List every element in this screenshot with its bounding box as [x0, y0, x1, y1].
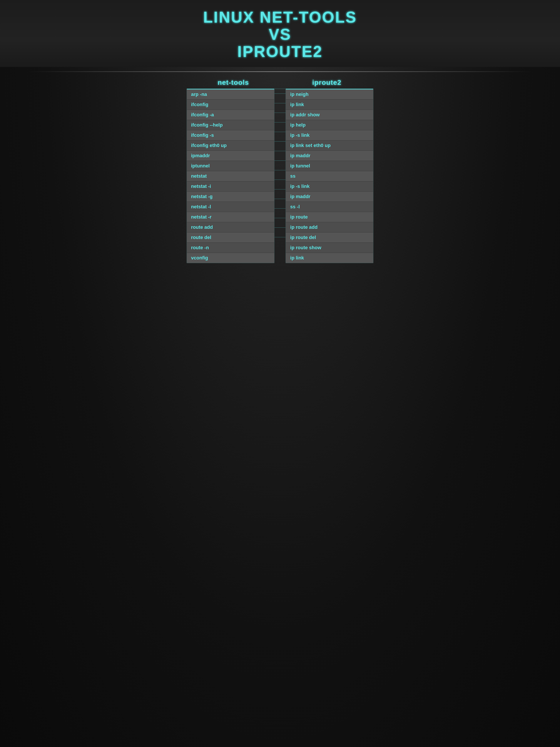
right-row-15: ip route show: [286, 243, 373, 253]
connector-11: [275, 184, 286, 194]
right-row-16: ip link: [286, 253, 373, 263]
right-row-2: ip addr show: [286, 110, 373, 120]
left-row-11: netstat -l: [187, 202, 274, 212]
right-row-7: ip tunnel: [286, 161, 373, 171]
left-row-10: netstat -g: [187, 191, 274, 202]
right-row-12: ip route: [286, 212, 373, 222]
connector-5: [275, 127, 286, 136]
title-line2: VS: [4, 26, 556, 43]
right-row-0: ip neigh: [286, 89, 373, 100]
right-column-header: iproute2: [285, 78, 369, 86]
content-area: net-tools iproute2 arp -naifconfigifconf…: [182, 78, 378, 272]
connector-7: [275, 146, 286, 156]
right-row-13: ip route add: [286, 222, 373, 232]
columns-header: net-tools iproute2: [186, 78, 374, 86]
connector-8: [275, 156, 286, 165]
connector-16: [275, 232, 286, 242]
right-row-4: ip -s link: [286, 130, 373, 140]
right-row-1: ip link: [286, 100, 373, 110]
divider: [28, 71, 532, 72]
connector-9: [275, 165, 286, 175]
right-row-6: ip maddr: [286, 151, 373, 161]
right-row-14: ip route del: [286, 232, 373, 243]
left-row-0: arp -na: [187, 89, 274, 100]
connector-10: [275, 175, 286, 184]
left-row-9: netstat -i: [187, 181, 274, 191]
table-wrapper: arp -naifconfigifconfig -aifconfig --hel…: [186, 89, 374, 263]
connector-12: [275, 194, 286, 204]
right-row-10: ip maddr: [286, 191, 373, 202]
title-line3: IPROUTE2: [4, 43, 556, 60]
connector-14: [275, 213, 286, 223]
connector-13: [275, 204, 286, 213]
right-row-9: ip -s link: [286, 181, 373, 191]
right-row-11: ss -l: [286, 202, 373, 212]
left-row-13: route add: [187, 222, 274, 232]
left-row-8: netstat: [187, 171, 274, 181]
connector-3: [275, 108, 286, 118]
left-row-4: ifconfig -s: [187, 130, 274, 140]
left-row-12: netstat -r: [187, 212, 274, 222]
left-row-2: ifconfig -a: [187, 110, 274, 120]
header-section: LINUX NET-TOOLS VS IPROUTE2: [0, 0, 560, 67]
left-row-14: route del: [187, 232, 274, 243]
right-row-8: ss: [286, 171, 373, 181]
title-container: LINUX NET-TOOLS VS IPROUTE2: [4, 9, 556, 60]
left-row-16: vconfig: [187, 253, 274, 263]
left-row-7: iptunnel: [187, 161, 274, 171]
left-column: arp -naifconfigifconfig -aifconfig --hel…: [186, 89, 275, 263]
right-column: ip neighip linkip addr showip helpip -s …: [285, 89, 374, 263]
right-row-3: ip help: [286, 120, 373, 130]
middle-gap: [275, 89, 286, 263]
left-row-5: ifconfig eth0 up: [187, 140, 274, 151]
connector-2: [275, 98, 286, 108]
left-row-6: ipmaddr: [187, 151, 274, 161]
connector-6: [275, 136, 286, 146]
left-column-header: net-tools: [191, 78, 275, 86]
connector-4: [275, 118, 286, 127]
title-line1: LINUX NET-TOOLS: [4, 9, 556, 26]
left-row-1: ifconfig: [187, 100, 274, 110]
connector-15: [275, 223, 286, 232]
left-row-15: route -n: [187, 243, 274, 253]
left-row-3: ifconfig --help: [187, 120, 274, 130]
right-row-5: ip link set eth0 up: [286, 140, 373, 151]
connector-1: [275, 89, 286, 98]
